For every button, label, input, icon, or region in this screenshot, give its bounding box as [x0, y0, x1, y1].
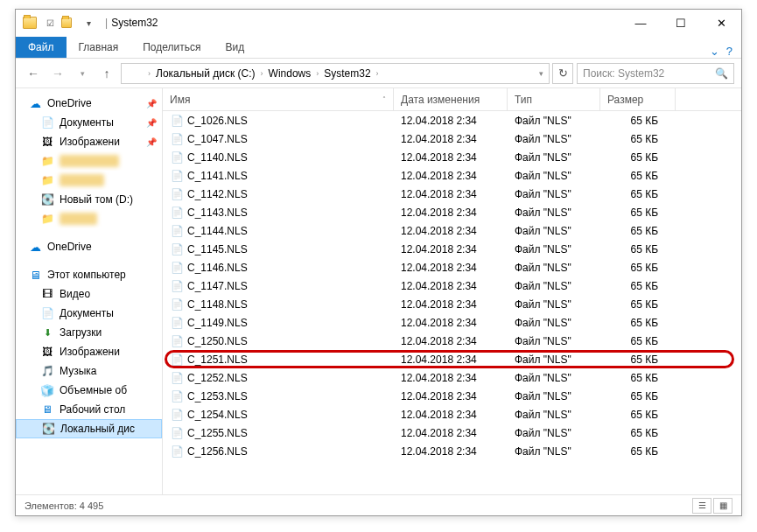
file-row[interactable]: C_1250.NLS12.04.2018 2:34Файл "NLS"65 КБ [163, 332, 741, 350]
column-headers[interactable]: Имя˄ Дата изменения Тип Размер [163, 88, 741, 111]
nav-up-button[interactable]: ↑ [96, 63, 117, 84]
file-row[interactable]: C_1256.NLS12.04.2018 2:34Файл "NLS"65 КБ [163, 442, 741, 460]
sidebar-item-onedrive[interactable]: ☁OneDrive📌 [16, 94, 162, 113]
file-type: Файл "NLS" [508, 409, 600, 421]
file-name: C_1254.NLS [187, 409, 248, 421]
sidebar-item-localdisk[interactable]: Локальный дис [16, 419, 162, 438]
file-row[interactable]: C_1148.NLS12.04.2018 2:34Файл "NLS"65 КБ [163, 295, 741, 313]
qat-new-folder[interactable] [61, 15, 77, 31]
file-name: C_1149.NLS [187, 317, 248, 329]
view-switcher: ☰ ▦ [692, 498, 732, 514]
tab-share[interactable]: Поделиться [130, 37, 213, 58]
sidebar-item-blurred[interactable]: ████████ [16, 151, 162, 171]
file-row[interactable]: C_1140.NLS12.04.2018 2:34Файл "NLS"65 КБ [163, 148, 741, 166]
file-size: 65 КБ [600, 409, 676, 421]
file-name: C_1251.NLS [187, 354, 248, 366]
file-size: 65 КБ [600, 262, 676, 274]
sidebar-item-desktop[interactable]: Рабочий стол [16, 400, 162, 419]
sidebar-item-documents[interactable]: Документы📌 [16, 113, 162, 132]
file-icon [170, 444, 184, 458]
crumb-windows[interactable]: Windows [267, 67, 313, 80]
sidebar-item-blurred[interactable]: ██████ [16, 171, 162, 190]
file-row[interactable]: C_1147.NLS12.04.2018 2:34Файл "NLS"65 КБ [163, 276, 741, 295]
file-row[interactable]: C_1047.NLS12.04.2018 2:34Файл "NLS"65 КБ [163, 130, 741, 148]
tab-view[interactable]: Вид [213, 37, 256, 58]
content-area: ☁OneDrive📌 Документы📌 Изображени📌 ██████… [16, 88, 741, 494]
sidebar-item-blurred[interactable]: █████ [16, 209, 162, 228]
file-date: 12.04.2018 2:34 [394, 170, 508, 182]
view-details-button[interactable]: ☰ [692, 498, 711, 514]
download-icon [40, 326, 54, 340]
file-icon [170, 132, 184, 146]
search-icon: 🔍 [715, 67, 728, 80]
column-name[interactable]: Имя˄ [163, 88, 394, 110]
address-dropdown-icon[interactable]: ▾ [536, 69, 547, 78]
file-row[interactable]: C_1252.NLS12.04.2018 2:34Файл "NLS"65 КБ [163, 368, 741, 387]
file-date: 12.04.2018 2:34 [394, 390, 508, 402]
file-date: 12.04.2018 2:34 [394, 409, 508, 421]
sidebar-item-video[interactable]: Видео [16, 284, 162, 304]
column-size[interactable]: Размер [600, 88, 676, 110]
crumb-system32[interactable]: System32 [322, 67, 372, 80]
nav-back-button[interactable]: ← [23, 63, 44, 84]
file-name: C_1253.NLS [187, 390, 248, 402]
file-row[interactable]: C_1254.NLS12.04.2018 2:34Файл "NLS"65 КБ [163, 405, 741, 424]
nav-forward-button[interactable]: → [47, 63, 68, 84]
file-size: 65 КБ [600, 206, 676, 219]
drive-icon [40, 192, 54, 206]
refresh-button[interactable]: ↻ [552, 63, 573, 84]
file-row[interactable]: C_1255.NLS12.04.2018 2:34Файл "NLS"65 КБ [163, 424, 741, 442]
navigation-sidebar[interactable]: ☁OneDrive📌 Документы📌 Изображени📌 ██████… [16, 88, 163, 494]
chevron-right-icon[interactable]: › [312, 69, 322, 78]
file-row[interactable]: C_1146.NLS12.04.2018 2:34Файл "NLS"65 КБ [163, 258, 741, 276]
chevron-right-icon[interactable]: › [373, 69, 382, 78]
file-row[interactable]: C_1143.NLS12.04.2018 2:34Файл "NLS"65 КБ [163, 203, 741, 221]
sidebar-item-downloads[interactable]: Загрузки [16, 323, 162, 342]
file-date: 12.04.2018 2:34 [394, 354, 508, 366]
qat-dropdown[interactable]: ▾ [81, 15, 96, 31]
ribbon-expand-icon[interactable]: ⌄ [710, 45, 719, 58]
file-row[interactable]: C_1144.NLS12.04.2018 2:34Файл "NLS"65 КБ [163, 221, 741, 240]
file-row[interactable]: C_1026.NLS12.04.2018 2:34Файл "NLS"65 КБ [163, 111, 741, 130]
column-date[interactable]: Дата изменения [394, 88, 508, 110]
file-row[interactable]: C_1141.NLS12.04.2018 2:34Файл "NLS"65 КБ [163, 166, 741, 185]
sidebar-item-3d[interactable]: 🧊Объемные об [16, 381, 162, 400]
file-row[interactable]: C_1149.NLS12.04.2018 2:34Файл "NLS"65 КБ [163, 313, 741, 332]
search-input[interactable]: Поиск: System32 🔍 [577, 63, 734, 84]
file-row[interactable]: C_1145.NLS12.04.2018 2:34Файл "NLS"65 КБ [163, 240, 741, 258]
address-bar[interactable]: › Локальный диск (C:) › Windows › System… [121, 63, 550, 84]
help-icon[interactable]: ? [726, 45, 732, 58]
file-date: 12.04.2018 2:34 [394, 262, 508, 274]
chevron-right-icon[interactable]: › [257, 69, 267, 78]
sidebar-item-thispc[interactable]: Этот компьютер [16, 265, 162, 284]
crumb-drive[interactable]: Локальный диск (C:) [154, 67, 257, 80]
sidebar-item-drive[interactable]: Новый том (D:) [16, 190, 162, 209]
sidebar-item-onedrive[interactable]: ☁OneDrive [16, 237, 162, 256]
tab-home[interactable]: Главная [67, 37, 131, 58]
tab-file[interactable]: Файл [16, 37, 67, 58]
chevron-right-icon[interactable]: › [144, 69, 154, 78]
nav-recent-dropdown[interactable]: ▾ [72, 63, 93, 84]
file-list[interactable]: Имя˄ Дата изменения Тип Размер C_1026.NL… [163, 88, 741, 494]
close-button[interactable]: ✕ [701, 10, 741, 36]
titlebar[interactable]: ☑ ▾ | System32 — ☐ ✕ [16, 10, 741, 36]
file-date: 12.04.2018 2:34 [394, 225, 508, 237]
file-date: 12.04.2018 2:34 [394, 335, 508, 347]
maximize-button[interactable]: ☐ [661, 10, 701, 36]
sidebar-item-music[interactable]: Музыка [16, 361, 162, 381]
file-row[interactable]: C_1142.NLS12.04.2018 2:34Файл "NLS"65 КБ [163, 185, 741, 203]
file-row[interactable]: C_1251.NLS12.04.2018 2:34Файл "NLS"65 КБ [163, 350, 741, 368]
file-row[interactable]: C_1253.NLS12.04.2018 2:34Файл "NLS"65 КБ [163, 387, 741, 405]
qat-properties[interactable]: ☑ [42, 15, 58, 31]
column-type[interactable]: Тип [508, 88, 600, 110]
file-date: 12.04.2018 2:34 [394, 298, 508, 311]
sidebar-item-documents[interactable]: Документы [16, 304, 162, 323]
file-type: Файл "NLS" [508, 372, 600, 384]
minimize-button[interactable]: — [620, 10, 661, 36]
sidebar-item-images[interactable]: Изображени [16, 342, 162, 361]
desktop-icon [40, 402, 54, 416]
sidebar-item-images[interactable]: Изображени📌 [16, 132, 162, 151]
file-icon [170, 242, 184, 256]
address-folder-icon [127, 67, 141, 80]
view-icons-button[interactable]: ▦ [713, 498, 732, 514]
